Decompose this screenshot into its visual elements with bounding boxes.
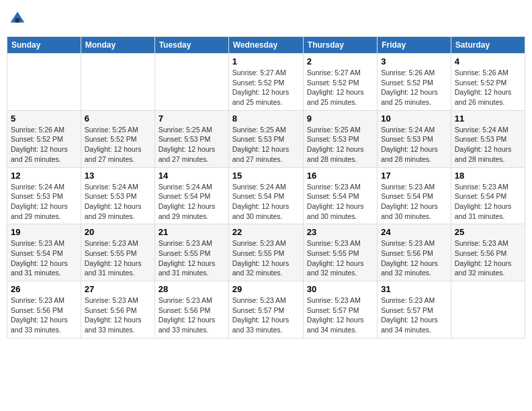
day-number: 9 (307, 113, 373, 124)
empty-cell (154, 54, 228, 111)
calendar-day-20: 20Sunrise: 5:23 AMSunset: 5:55 PMDayligh… (81, 224, 154, 281)
calendar-day-22: 22Sunrise: 5:23 AMSunset: 5:55 PMDayligh… (228, 224, 303, 281)
day-number: 20 (85, 227, 151, 237)
calendar-day-19: 19Sunrise: 5:23 AMSunset: 5:54 PMDayligh… (7, 224, 81, 281)
logo (9, 11, 28, 27)
calendar-day-3: 3Sunrise: 5:26 AMSunset: 5:52 PMDaylight… (378, 54, 451, 111)
day-info: Sunrise: 5:23 AMSunset: 5:55 PMDaylight:… (159, 238, 225, 278)
day-number: 18 (455, 171, 521, 181)
day-info: Sunrise: 5:23 AMSunset: 5:54 PMDaylight:… (381, 182, 447, 222)
day-info: Sunrise: 5:27 AMSunset: 5:52 PMDaylight:… (307, 68, 373, 107)
day-info: Sunrise: 5:23 AMSunset: 5:56 PMDaylight:… (455, 238, 521, 278)
calendar-day-23: 23Sunrise: 5:23 AMSunset: 5:55 PMDayligh… (303, 224, 377, 281)
day-number: 31 (381, 284, 447, 294)
calendar-day-6: 6Sunrise: 5:25 AMSunset: 5:52 PMDaylight… (81, 110, 154, 167)
day-info: Sunrise: 5:23 AMSunset: 5:57 PMDaylight:… (381, 295, 447, 335)
weekday-header-sunday: Sunday (7, 37, 81, 54)
calendar-day-13: 13Sunrise: 5:24 AMSunset: 5:53 PMDayligh… (81, 167, 154, 224)
day-number: 10 (381, 113, 447, 124)
day-number: 15 (232, 171, 300, 181)
day-number: 1 (232, 56, 300, 66)
day-number: 27 (85, 284, 151, 294)
empty-cell (7, 54, 81, 111)
day-number: 30 (307, 284, 373, 294)
day-info: Sunrise: 5:24 AMSunset: 5:54 PMDaylight:… (159, 182, 225, 222)
day-info: Sunrise: 5:27 AMSunset: 5:52 PMDaylight:… (232, 68, 300, 107)
calendar-week-4: 19Sunrise: 5:23 AMSunset: 5:54 PMDayligh… (7, 224, 525, 281)
calendar-table: SundayMondayTuesdayWednesdayThursdayFrid… (7, 36, 525, 338)
calendar-day-29: 29Sunrise: 5:23 AMSunset: 5:57 PMDayligh… (228, 281, 303, 338)
day-info: Sunrise: 5:24 AMSunset: 5:53 PMDaylight:… (11, 182, 77, 222)
day-number: 23 (307, 227, 373, 237)
logo-icon (9, 11, 26, 27)
day-number: 25 (455, 227, 521, 237)
weekday-header-saturday: Saturday (451, 37, 525, 54)
day-info: Sunrise: 5:26 AMSunset: 5:52 PMDaylight:… (455, 68, 521, 107)
calendar-day-10: 10Sunrise: 5:24 AMSunset: 5:53 PMDayligh… (378, 110, 451, 167)
day-info: Sunrise: 5:24 AMSunset: 5:53 PMDaylight:… (381, 125, 447, 165)
day-info: Sunrise: 5:26 AMSunset: 5:52 PMDaylight:… (11, 125, 77, 165)
calendar-day-27: 27Sunrise: 5:23 AMSunset: 5:56 PMDayligh… (81, 281, 154, 338)
day-number: 6 (85, 113, 151, 124)
calendar-day-7: 7Sunrise: 5:25 AMSunset: 5:53 PMDaylight… (154, 110, 228, 167)
day-info: Sunrise: 5:23 AMSunset: 5:54 PMDaylight:… (307, 182, 373, 222)
calendar-day-9: 9Sunrise: 5:25 AMSunset: 5:53 PMDaylight… (303, 110, 377, 167)
day-number: 12 (11, 171, 77, 181)
day-number: 21 (159, 227, 225, 237)
calendar-day-8: 8Sunrise: 5:25 AMSunset: 5:53 PMDaylight… (228, 110, 303, 167)
weekday-header-thursday: Thursday (303, 37, 377, 54)
page-header (7, 7, 525, 31)
day-number: 5 (11, 113, 77, 124)
day-info: Sunrise: 5:24 AMSunset: 5:53 PMDaylight:… (85, 182, 151, 222)
day-number: 13 (85, 171, 151, 181)
calendar-week-1: 1Sunrise: 5:27 AMSunset: 5:52 PMDaylight… (7, 54, 525, 111)
day-info: Sunrise: 5:23 AMSunset: 5:57 PMDaylight:… (307, 295, 373, 335)
calendar-day-16: 16Sunrise: 5:23 AMSunset: 5:54 PMDayligh… (303, 167, 377, 224)
day-info: Sunrise: 5:23 AMSunset: 5:55 PMDaylight:… (85, 238, 151, 278)
calendar-day-21: 21Sunrise: 5:23 AMSunset: 5:55 PMDayligh… (154, 224, 228, 281)
calendar-day-28: 28Sunrise: 5:23 AMSunset: 5:56 PMDayligh… (154, 281, 228, 338)
day-info: Sunrise: 5:23 AMSunset: 5:56 PMDaylight:… (11, 295, 77, 335)
day-info: Sunrise: 5:23 AMSunset: 5:55 PMDaylight:… (307, 238, 373, 278)
day-number: 14 (159, 171, 225, 181)
calendar-day-18: 18Sunrise: 5:23 AMSunset: 5:54 PMDayligh… (451, 167, 525, 224)
day-info: Sunrise: 5:23 AMSunset: 5:56 PMDaylight:… (381, 238, 447, 278)
calendar-day-24: 24Sunrise: 5:23 AMSunset: 5:56 PMDayligh… (378, 224, 451, 281)
day-info: Sunrise: 5:24 AMSunset: 5:53 PMDaylight:… (455, 125, 521, 165)
day-info: Sunrise: 5:25 AMSunset: 5:53 PMDaylight:… (159, 125, 225, 165)
day-info: Sunrise: 5:25 AMSunset: 5:53 PMDaylight:… (307, 125, 373, 165)
empty-cell (451, 281, 525, 338)
day-info: Sunrise: 5:24 AMSunset: 5:54 PMDaylight:… (232, 182, 300, 222)
weekday-header-tuesday: Tuesday (154, 37, 228, 54)
calendar-day-25: 25Sunrise: 5:23 AMSunset: 5:56 PMDayligh… (451, 224, 525, 281)
calendar-day-2: 2Sunrise: 5:27 AMSunset: 5:52 PMDaylight… (303, 54, 377, 111)
calendar-day-26: 26Sunrise: 5:23 AMSunset: 5:56 PMDayligh… (7, 281, 81, 338)
calendar-day-1: 1Sunrise: 5:27 AMSunset: 5:52 PMDaylight… (228, 54, 303, 111)
day-number: 19 (11, 227, 77, 237)
day-number: 26 (11, 284, 77, 294)
day-info: Sunrise: 5:23 AMSunset: 5:55 PMDaylight:… (232, 238, 300, 278)
calendar-day-17: 17Sunrise: 5:23 AMSunset: 5:54 PMDayligh… (378, 167, 451, 224)
weekday-header-row: SundayMondayTuesdayWednesdayThursdayFrid… (7, 37, 525, 54)
day-info: Sunrise: 5:23 AMSunset: 5:54 PMDaylight:… (11, 238, 77, 278)
day-number: 24 (381, 227, 447, 237)
day-number: 29 (232, 284, 300, 294)
calendar-day-12: 12Sunrise: 5:24 AMSunset: 5:53 PMDayligh… (7, 167, 81, 224)
day-number: 7 (159, 113, 225, 124)
day-number: 8 (232, 113, 300, 124)
svg-rect-1 (15, 18, 19, 22)
day-info: Sunrise: 5:25 AMSunset: 5:53 PMDaylight:… (232, 125, 300, 165)
calendar-week-5: 26Sunrise: 5:23 AMSunset: 5:56 PMDayligh… (7, 281, 525, 338)
day-number: 28 (159, 284, 225, 294)
calendar-day-11: 11Sunrise: 5:24 AMSunset: 5:53 PMDayligh… (451, 110, 525, 167)
day-info: Sunrise: 5:26 AMSunset: 5:52 PMDaylight:… (381, 68, 447, 107)
day-number: 17 (381, 171, 447, 181)
day-number: 11 (455, 113, 521, 124)
day-info: Sunrise: 5:25 AMSunset: 5:52 PMDaylight:… (85, 125, 151, 165)
calendar-week-2: 5Sunrise: 5:26 AMSunset: 5:52 PMDaylight… (7, 110, 525, 167)
weekday-header-monday: Monday (81, 37, 154, 54)
calendar-day-15: 15Sunrise: 5:24 AMSunset: 5:54 PMDayligh… (228, 167, 303, 224)
day-number: 4 (455, 56, 521, 66)
calendar-week-3: 12Sunrise: 5:24 AMSunset: 5:53 PMDayligh… (7, 167, 525, 224)
day-number: 22 (232, 227, 300, 237)
